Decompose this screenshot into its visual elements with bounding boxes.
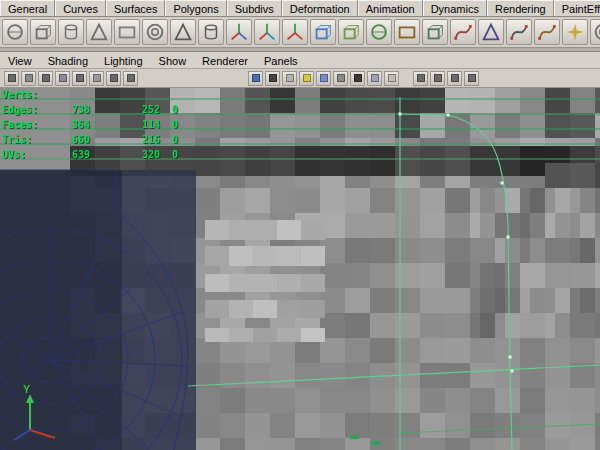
snap-tools <box>413 71 479 86</box>
poly-combine-icon[interactable] <box>338 19 364 45</box>
two-panes-button[interactable] <box>72 71 87 86</box>
split-polygon-icon[interactable] <box>450 19 476 45</box>
film-gate-button[interactable] <box>106 71 121 86</box>
checker-ball-icon <box>371 74 379 82</box>
texture-ball-icon <box>354 74 362 82</box>
poly-smooth-icon[interactable] <box>366 19 392 45</box>
film-gate-icon <box>110 74 118 82</box>
maya-window: General Curves Surfaces Polygons Subdivs… <box>0 0 600 450</box>
safe-frames-button[interactable] <box>384 71 399 86</box>
snap-point-icon <box>451 74 459 82</box>
image-plane-button[interactable] <box>55 71 70 86</box>
viewport-toolbar <box>0 69 600 88</box>
poly-extrude-icon[interactable] <box>422 19 448 45</box>
hud-label: Edges: <box>2 104 38 115</box>
snap-cube-icon[interactable] <box>310 19 336 45</box>
poly-cylinder-icon[interactable] <box>58 19 84 45</box>
append-polygon-icon[interactable] <box>478 19 504 45</box>
hud-row-uvs: UVs: 639 320 0 <box>2 149 242 164</box>
textured-mode-button[interactable] <box>282 71 297 86</box>
smooth-shade-button[interactable] <box>265 71 280 86</box>
xray-mode-button[interactable] <box>316 71 331 86</box>
use-lights-icon <box>303 74 311 82</box>
menu-show[interactable]: Show <box>151 54 195 67</box>
checker-ball-button[interactable] <box>367 71 382 86</box>
move-tool-icon[interactable] <box>226 19 252 45</box>
settings-gear-icon[interactable] <box>590 19 600 45</box>
paint-effects-icon[interactable] <box>562 19 588 45</box>
axis-y-label: Y <box>23 383 30 395</box>
resolution-gate-icon <box>127 74 135 82</box>
textured-mode-icon <box>286 74 294 82</box>
snap-curve-button[interactable] <box>430 71 445 86</box>
snap-grid-button[interactable] <box>413 71 428 86</box>
panel-menubar: View Shading Lighting Show Renderer Pane… <box>0 52 600 69</box>
snap-point-button[interactable] <box>447 71 462 86</box>
smooth-shade-icon <box>269 74 277 82</box>
texture-ball-button[interactable] <box>350 71 365 86</box>
two-panes-icon <box>76 74 84 82</box>
shelf-tab-bar: General Curves Surfaces Polygons Subdivs… <box>0 0 600 17</box>
display-modes <box>248 71 399 86</box>
menu-shading[interactable]: Shading <box>40 54 96 67</box>
poly-cone-icon[interactable] <box>86 19 112 45</box>
menu-panels[interactable]: Panels <box>256 54 306 67</box>
menu-lighting[interactable]: Lighting <box>96 54 151 67</box>
poly-torus-icon[interactable] <box>142 19 168 45</box>
rotate-tool-icon[interactable] <box>254 19 280 45</box>
tab-rendering[interactable]: Rendering <box>487 0 554 16</box>
snap-view-icon <box>468 74 476 82</box>
hud-row-faces: Faces: 364 114 0 <box>2 119 242 134</box>
tab-deformation[interactable]: Deformation <box>282 0 358 16</box>
grid-toggle-button[interactable] <box>89 71 104 86</box>
grid-toggle-icon <box>93 74 101 82</box>
scale-tool-icon[interactable] <box>282 19 308 45</box>
poly-plane-icon[interactable] <box>114 19 140 45</box>
wireframe-mode-button[interactable] <box>248 71 263 86</box>
mirror-geometry-icon[interactable] <box>394 19 420 45</box>
tab-dynamics[interactable]: Dynamics <box>423 0 487 16</box>
use-lights-button[interactable] <box>299 71 314 86</box>
camera-attributes-button[interactable] <box>21 71 36 86</box>
poly-pyramid-icon[interactable] <box>170 19 196 45</box>
tab-painteffects[interactable]: PaintEffects <box>554 0 600 16</box>
xray-mode-icon <box>320 74 328 82</box>
shelf-icon-bar <box>0 17 600 48</box>
snap-view-button[interactable] <box>464 71 479 86</box>
tab-curves[interactable]: Curves <box>55 0 106 16</box>
hud-label: UVs: <box>2 149 26 160</box>
hud-label: Faces: <box>2 119 38 130</box>
image-plane-icon <box>59 74 67 82</box>
tab-general[interactable]: General <box>0 0 55 16</box>
select-camera-button[interactable] <box>4 71 19 86</box>
heads-up-display: Verts: Edges: 738 252 0 Faces: 364 114 0… <box>2 89 242 164</box>
poly-cube-icon[interactable] <box>30 19 56 45</box>
tab-polygons[interactable]: Polygons <box>165 0 226 16</box>
bookmarks-icon <box>42 74 50 82</box>
hud-row-tris: Tris: 660 216 0 <box>2 134 242 149</box>
safe-frames-icon <box>388 74 396 82</box>
perspective-viewport[interactable]: Verts: Edges: 738 252 0 Faces: 364 114 0… <box>0 88 600 450</box>
isolate-select-icon <box>337 74 345 82</box>
tab-surfaces[interactable]: Surfaces <box>106 0 165 16</box>
tab-subdivs[interactable]: Subdivs <box>227 0 282 16</box>
menu-view[interactable]: View <box>0 54 40 67</box>
hud-label: Tris: <box>2 134 32 145</box>
poly-sphere-icon[interactable] <box>2 19 28 45</box>
hud-row-edges: Edges: 738 252 0 <box>2 104 242 119</box>
select-camera-icon <box>8 74 16 82</box>
cv-curve-icon[interactable] <box>506 19 532 45</box>
hud-label: Verts: <box>2 89 38 100</box>
camera-attributes-icon <box>25 74 33 82</box>
wireframe-mode-icon <box>252 74 260 82</box>
isolate-select-button[interactable] <box>333 71 348 86</box>
poly-pipe-icon[interactable] <box>198 19 224 45</box>
bookmarks-button[interactable] <box>38 71 53 86</box>
tab-animation[interactable]: Animation <box>358 0 423 16</box>
pencil-curve-icon[interactable] <box>534 19 560 45</box>
resolution-gate-button[interactable] <box>123 71 138 86</box>
hud-row-verts: Verts: <box>2 89 242 104</box>
menu-renderer[interactable]: Renderer <box>194 54 256 67</box>
camera-tools <box>4 71 138 86</box>
snap-grid-icon <box>417 74 425 82</box>
